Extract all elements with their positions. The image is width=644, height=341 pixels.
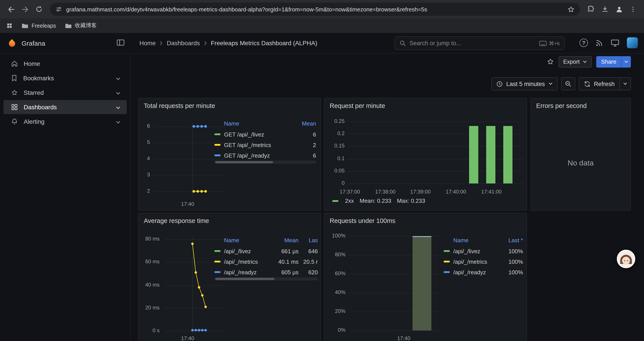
search-shortcut: ⌘+k xyxy=(539,40,560,46)
series-name[interactable]: GET /api/_/readyz xyxy=(224,152,292,159)
chevron-down-icon[interactable] xyxy=(116,104,120,111)
legend-header: NameMeanLas xyxy=(214,234,318,246)
y-axis-tick: 100% xyxy=(328,233,346,239)
help-icon[interactable]: ? xyxy=(580,39,588,47)
refresh-button[interactable]: Refresh xyxy=(578,77,620,90)
profile-icon[interactable] xyxy=(612,3,626,16)
series-name[interactable]: GET /api/_/livez xyxy=(224,131,292,138)
x-axis-tick: 17:37:00 xyxy=(337,189,363,195)
bar-2xx xyxy=(469,126,478,183)
legend-column-name[interactable]: Name xyxy=(453,237,501,243)
monitor-icon[interactable] xyxy=(611,39,620,47)
series-value: 605 μs xyxy=(271,269,298,275)
collapse-sidebar-icon[interactable] xyxy=(116,39,124,47)
legend-column-name[interactable]: Name xyxy=(224,237,271,243)
bar-2xx xyxy=(503,126,512,183)
apps-grid-icon[interactable] xyxy=(6,22,13,29)
breadcrumb-dashboards[interactable]: Dashboards xyxy=(167,40,200,47)
series-name[interactable]: GET /api/_/metrics xyxy=(224,142,292,148)
scrollbar-thumb[interactable] xyxy=(215,161,273,163)
breadcrumb-home[interactable]: Home xyxy=(140,40,156,47)
url-bar[interactable]: grafana.mathmast.com/d/deytv4rwavabkb/fr… xyxy=(50,3,580,16)
legend-scrollbar[interactable] xyxy=(214,277,318,280)
share-menu-chevron[interactable] xyxy=(621,56,631,67)
home-icon xyxy=(11,60,18,67)
series-name[interactable]: /api/_/livez xyxy=(224,248,271,254)
panel-title[interactable]: Average response time xyxy=(138,213,320,224)
gridline xyxy=(348,146,524,147)
series-name[interactable]: /api/_/metrics xyxy=(224,258,271,265)
reload-button[interactable] xyxy=(32,3,46,16)
url-text[interactable]: grafana.mathmast.com/d/deytv4rwavabkb/fr… xyxy=(66,6,564,13)
sidebar-item-dashboards[interactable]: Dashboards xyxy=(4,100,127,114)
legend-column-mean[interactable]: Mean xyxy=(271,237,298,243)
series-name[interactable]: /api/_/readyz xyxy=(224,269,271,275)
keyboard-icon xyxy=(539,41,547,46)
zoom-out-button[interactable] xyxy=(561,77,575,90)
series-name[interactable]: /api/_/metrics xyxy=(453,258,501,265)
series-value: 646 xyxy=(298,248,318,254)
bookmark-folder-freeleaps[interactable]: Freeleaps xyxy=(22,23,56,29)
panel-title[interactable]: Total requests per minute xyxy=(138,98,320,109)
legend-scrollbar[interactable] xyxy=(214,161,316,164)
chevron-down-icon[interactable] xyxy=(116,89,120,96)
y-axis-tick: 0.2 xyxy=(328,130,344,137)
grafana-logo-icon[interactable] xyxy=(7,38,17,48)
legend-row: GET /api/_/metrics2 xyxy=(214,140,316,150)
chevron-down-icon[interactable] xyxy=(116,118,120,125)
favorite-star-icon[interactable] xyxy=(546,58,554,65)
sidebar-item-label: Starred xyxy=(24,89,44,96)
legend-column-last[interactable]: Last * xyxy=(501,237,523,243)
sidebar-item-starred[interactable]: Starred xyxy=(4,86,127,100)
avatar-face-icon xyxy=(618,251,634,267)
series-color-chip xyxy=(214,250,220,252)
site-info-icon[interactable] xyxy=(55,6,62,13)
search-icon xyxy=(400,40,406,47)
sidebar-item-bookmarks[interactable]: Bookmarks xyxy=(4,71,127,85)
legend-row: /api/_/readyz100% xyxy=(444,267,523,277)
y-axis-tick: 40% xyxy=(328,289,346,295)
legend-column-las[interactable]: Las xyxy=(298,237,318,243)
downloads-icon[interactable] xyxy=(598,3,612,16)
scrollbar-thumb[interactable] xyxy=(215,278,274,280)
sidebar-item-home[interactable]: Home xyxy=(4,57,127,71)
sidebar-item-alerting[interactable]: Alerting xyxy=(4,115,127,129)
legend-column-mean[interactable]: Mean xyxy=(292,120,316,127)
sidebar-nav: Home Bookmarks Starred Dashboards Alerti… xyxy=(0,54,131,341)
bookmark-star-icon[interactable] xyxy=(567,6,575,13)
search-input[interactable]: Search or jump to... ⌘+k xyxy=(394,37,565,50)
menu-kebab-icon[interactable] xyxy=(626,3,640,16)
series-name[interactable]: /api/_/livez xyxy=(453,248,501,254)
folder-icon xyxy=(65,23,72,29)
panel-title[interactable]: Requests under 100ms xyxy=(324,213,526,224)
share-button[interactable]: Share xyxy=(596,56,621,67)
reload-icon xyxy=(35,5,43,13)
panel-title[interactable]: Errors per second xyxy=(531,98,630,109)
series-color-chip xyxy=(444,261,450,262)
assistant-avatar[interactable] xyxy=(617,250,635,268)
user-avatar[interactable] xyxy=(627,37,638,48)
dashboard-content: Export Share Last 5 minutes xyxy=(131,54,644,341)
bar-2xx xyxy=(486,126,496,183)
time-range-picker[interactable]: Last 5 minutes xyxy=(492,77,558,90)
series-name[interactable]: 2xx xyxy=(345,197,354,204)
news-rss-icon[interactable] xyxy=(595,39,603,47)
legend-column-name[interactable]: Name xyxy=(224,120,292,127)
refresh-interval-chevron[interactable] xyxy=(620,77,631,90)
series-name[interactable]: /api/_/readyz xyxy=(453,269,501,275)
gridline xyxy=(348,122,524,122)
legend-inline: 2xx Mean: 0.233 Max: 0.233 xyxy=(332,197,425,204)
panel-title[interactable]: Request per minute xyxy=(324,98,526,109)
x-axis-tick: 17:40:00 xyxy=(443,189,469,195)
bookmark-folder-blogs[interactable]: 收藏博客 xyxy=(65,22,97,30)
share-split-button: Share xyxy=(596,56,631,67)
chevron-down-icon[interactable] xyxy=(116,75,120,82)
export-button[interactable]: Export xyxy=(558,56,592,67)
series-color-chip xyxy=(214,133,220,135)
forward-arrow-icon xyxy=(21,5,29,14)
y-axis-tick: 20% xyxy=(328,308,346,314)
back-button[interactable] xyxy=(4,3,18,16)
breadcrumb: Home Dashboards Freeleaps Metrics Dashbo… xyxy=(140,40,317,47)
extensions-icon[interactable] xyxy=(584,3,598,16)
forward-button[interactable] xyxy=(18,3,32,16)
